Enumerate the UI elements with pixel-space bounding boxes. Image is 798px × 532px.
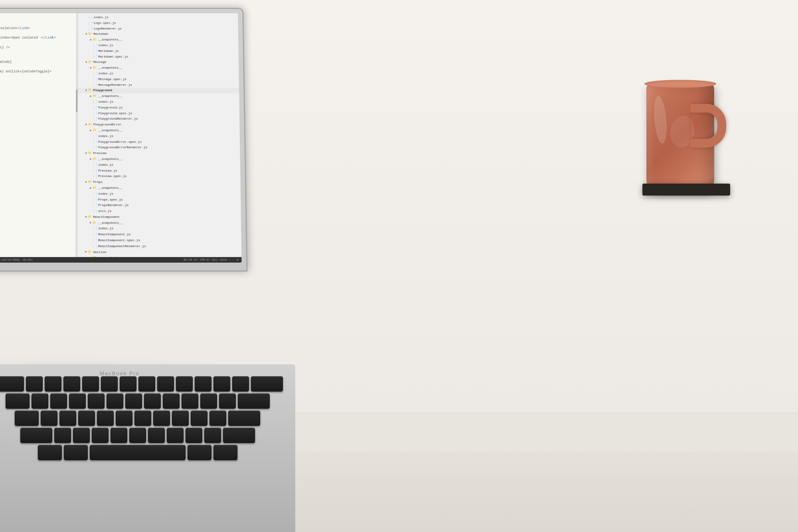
list-item: 📄 PlaygroundErrorRenderer.js bbox=[78, 145, 240, 150]
key bbox=[45, 376, 61, 392]
code-line bbox=[0, 31, 78, 36]
mug-container bbox=[646, 80, 726, 192]
list-item: 📄 Preview.spec.js bbox=[78, 174, 241, 179]
key bbox=[0, 376, 24, 392]
list-item: 📄 index.js bbox=[78, 71, 239, 77]
key bbox=[191, 411, 207, 426]
code-line bbox=[0, 50, 78, 55]
list-item: ▼ 📁 PlaygroundError bbox=[78, 122, 240, 128]
key bbox=[69, 394, 86, 409]
code-line: {onChange} /> bbox=[0, 55, 78, 59]
key bbox=[219, 394, 236, 409]
list-item: 📄 MessageRenderer.js bbox=[78, 82, 239, 88]
laptop-screen-bezel: nk> <name>⇒ Exit Isolation</Link> <name … bbox=[0, 13, 242, 263]
key bbox=[88, 394, 105, 409]
list-item: ▼ 📁 Props bbox=[78, 180, 241, 186]
list-item: ▼ 📁 Section bbox=[77, 249, 241, 255]
key bbox=[32, 394, 48, 409]
mug-rim bbox=[644, 80, 716, 88]
code-line: e={classes.hideCode} bbox=[0, 60, 78, 65]
list-item: ▶ 📁 __snapshots__ bbox=[78, 93, 239, 99]
keyboard-row bbox=[0, 376, 283, 392]
spacebar-key bbox=[90, 445, 186, 460]
list-item: 📄 index.js bbox=[78, 99, 239, 105]
key bbox=[232, 376, 249, 392]
key bbox=[138, 376, 155, 392]
list-item: 📄 Playground.js bbox=[78, 105, 239, 111]
key bbox=[64, 445, 88, 460]
status-build: 06 build: Markdown (15/12/2016, 19:03) bbox=[0, 258, 33, 261]
list-item: 📄 index.js bbox=[77, 226, 241, 232]
key bbox=[182, 394, 198, 409]
key bbox=[50, 394, 67, 409]
key bbox=[144, 394, 161, 409]
list-item: ▶ 📁 __snapshots__ bbox=[78, 185, 241, 191]
keyboard-row bbox=[0, 394, 283, 409]
list-item: 📄 ReactComponent.js bbox=[77, 232, 241, 238]
key bbox=[111, 428, 127, 443]
key bbox=[116, 411, 132, 426]
list-item: 📄 Playground.spec.js bbox=[78, 111, 239, 116]
list-item: 📄 ReactComponentRenderer.js bbox=[77, 243, 241, 249]
scrollbar-thumb bbox=[76, 89, 77, 113]
mug-highlight bbox=[652, 95, 668, 144]
keyboard-row bbox=[0, 445, 283, 460]
list-item: ▶ 📁 __snapshots__ bbox=[78, 128, 240, 133]
key bbox=[92, 428, 109, 443]
key bbox=[204, 428, 221, 443]
editor-scrollbar bbox=[75, 13, 78, 263]
key bbox=[101, 376, 118, 392]
status-bar: 06 build: Markdown (15/12/2016, 19:03) 6… bbox=[0, 257, 242, 263]
list-item: 📄 Logo.spec.js bbox=[78, 20, 238, 26]
status-position: 65:13 LF: UTF-8: Git: next : bbox=[184, 258, 231, 261]
code-line: ={evalInContext} /> bbox=[0, 45, 78, 50]
keyboard-row bbox=[0, 428, 283, 443]
key bbox=[176, 376, 193, 392]
key bbox=[163, 394, 180, 409]
list-item: ▼ 📁 Message bbox=[78, 59, 239, 65]
coffee-mug bbox=[646, 80, 726, 192]
list-item: 📄 PlaygroundRenderer.js bbox=[78, 116, 239, 122]
key bbox=[15, 411, 39, 426]
key bbox=[38, 445, 62, 460]
key bbox=[251, 376, 283, 392]
keyboard-area bbox=[0, 364, 295, 532]
list-item: ▼ 📁 Playground bbox=[78, 88, 239, 93]
list-item: ▶ 📁 __snapshots__ bbox=[77, 220, 241, 226]
key bbox=[157, 376, 174, 392]
code-line: <name = '/' + index>Open isolated →</Lin… bbox=[0, 36, 78, 40]
list-item: 📄 Props.spec.js bbox=[77, 197, 241, 203]
list-item: ▶ 📁 __snapshots__ bbox=[78, 37, 239, 43]
key bbox=[153, 411, 170, 426]
code-line: lasses.showCode} onClick={onCodeToggle}> bbox=[0, 69, 77, 74]
key bbox=[107, 394, 123, 409]
key bbox=[73, 428, 90, 443]
list-item: 📄 index.js bbox=[78, 162, 240, 168]
list-item: 📄 index.js bbox=[78, 15, 238, 20]
list-item: 📄 PlaygroundError.spec.js bbox=[78, 139, 240, 145]
list-item: 📄 index.js bbox=[78, 133, 240, 139]
key bbox=[186, 428, 202, 443]
key bbox=[195, 376, 211, 392]
key bbox=[228, 411, 260, 426]
key bbox=[26, 376, 43, 392]
key bbox=[213, 376, 230, 392]
key bbox=[223, 428, 255, 443]
list-item: ▼ 📁 Markdown bbox=[78, 32, 238, 37]
key bbox=[20, 428, 52, 443]
list-item: 📄 Markdown.spec.js bbox=[78, 54, 239, 59]
list-item: 📄 PropsRenderer.js bbox=[77, 203, 241, 209]
keyboard-row bbox=[0, 411, 283, 426]
key bbox=[238, 394, 270, 409]
key bbox=[167, 428, 184, 443]
macbook-brand-label: MacBook Pro bbox=[100, 370, 140, 376]
status-indicator: ⊕ bbox=[237, 258, 238, 261]
key bbox=[129, 428, 146, 443]
key bbox=[134, 411, 151, 426]
list-item: ▼ 📁 Preview bbox=[78, 150, 240, 156]
code-line bbox=[0, 65, 78, 69]
list-item: 📄 index.js bbox=[78, 43, 239, 48]
code-line bbox=[0, 21, 78, 26]
screen-content: nk> <name>⇒ Exit Isolation</Link> <name … bbox=[0, 13, 242, 263]
key bbox=[6, 394, 30, 409]
